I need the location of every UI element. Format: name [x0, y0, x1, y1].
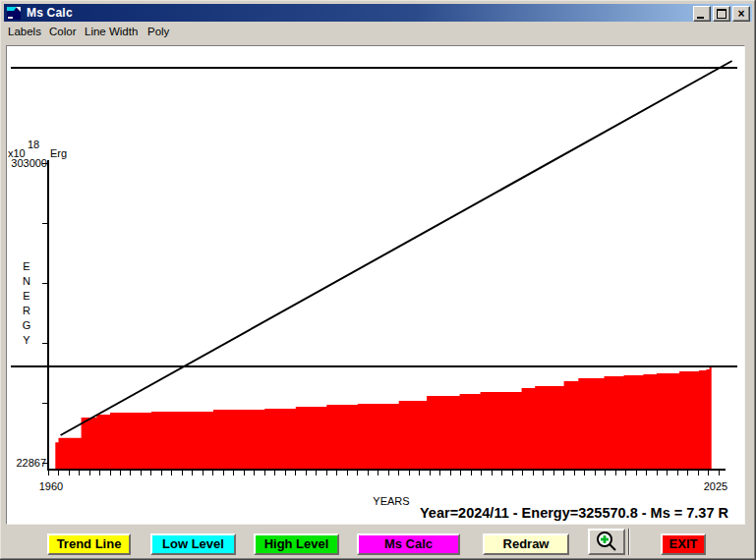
- high-level-button[interactable]: High Level: [254, 533, 339, 555]
- energy-chart[interactable]: x10 18 Erg 303000 22867 1960 2025 YEARS …: [7, 46, 744, 524]
- title-bar[interactable]: Ms Calc ×: [4, 4, 752, 22]
- magnifier-plus-icon: [595, 531, 618, 552]
- x-tick-label-2025: 2025: [704, 480, 727, 492]
- exit-button[interactable]: EXIT: [661, 533, 706, 555]
- y-axis-title-letter: Y: [23, 334, 30, 346]
- cumulative-energy-area: [55, 366, 711, 469]
- y-unit-exponent: 18: [28, 139, 39, 150]
- ms-calc-window: Ms Calc × Labels Color Line Width Poly x…: [0, 0, 756, 560]
- x-axis-title: YEARS: [373, 495, 409, 507]
- status-readout: Year=2024/11 - Energy=325570.8 - Ms = 7.…: [420, 505, 729, 521]
- menu-color[interactable]: Color: [49, 26, 76, 37]
- menu-labels[interactable]: Labels: [8, 26, 41, 37]
- y-axis-title-letter: G: [23, 319, 31, 331]
- redraw-button[interactable]: Redraw: [483, 533, 569, 555]
- menu-poly[interactable]: Poly: [147, 26, 169, 37]
- toolbar-divider: [628, 529, 629, 555]
- y-unit-suffix: Erg: [50, 147, 67, 159]
- minimize-button[interactable]: [693, 6, 711, 22]
- y-axis-title-letter: E: [23, 290, 29, 302]
- zoom-button[interactable]: [588, 529, 625, 555]
- y-axis-title-letter: R: [23, 305, 30, 316]
- y-axis-title-letter: N: [23, 275, 30, 287]
- app-icon: [7, 7, 21, 20]
- low-level-button[interactable]: Low Level: [150, 533, 236, 555]
- y-tick-label-top: 303000: [11, 157, 47, 169]
- menu-line-width[interactable]: Line Width: [85, 26, 138, 37]
- ms-calc-button[interactable]: Ms Calc: [357, 533, 460, 555]
- y-tick-label-bottom: 22867: [16, 457, 46, 469]
- close-button[interactable]: ×: [732, 6, 750, 22]
- chart-panel: x10 18 Erg 303000 22867 1960 2025 YEARS …: [6, 45, 745, 525]
- y-axis-title-letter: E: [23, 260, 29, 272]
- window-title: Ms Calc: [27, 6, 73, 20]
- trend-line-button[interactable]: Trend Line: [47, 533, 131, 555]
- menu-bar: Labels Color Line Width Poly: [6, 24, 750, 41]
- minimize-icon: [697, 17, 704, 19]
- close-icon: ×: [737, 9, 744, 19]
- x-tick-label-1960: 1960: [39, 480, 63, 492]
- maximize-icon: [717, 9, 727, 19]
- maximize-button[interactable]: [713, 6, 730, 22]
